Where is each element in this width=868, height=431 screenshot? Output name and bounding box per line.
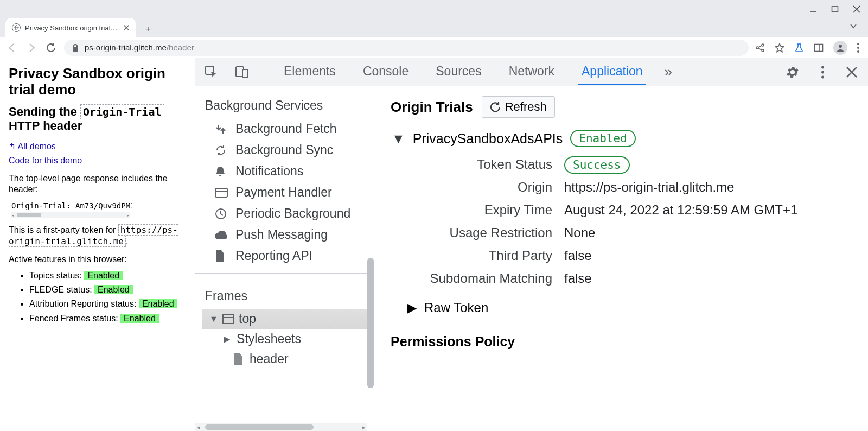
feature-item: Attribution Reporting status: Enabled — [29, 297, 188, 311]
sidebar-section-title: Frames — [195, 280, 374, 309]
api-status-badge: Enabled — [570, 130, 636, 147]
svg-marker-14 — [775, 43, 784, 52]
svg-point-21 — [857, 50, 859, 53]
devtools-tab-sources[interactable]: Sources — [432, 59, 484, 85]
detail-label: Third Party — [412, 248, 564, 263]
caret-right-icon: ▶ — [407, 300, 417, 315]
svg-point-27 — [821, 75, 824, 78]
svg-point-11 — [762, 49, 764, 52]
browser-tab-strip: Privacy Sandbox origin trial de + — [0, 18, 868, 37]
devtools-close-icon[interactable] — [844, 65, 859, 80]
new-tab-button[interactable]: + — [140, 21, 156, 37]
sidebar-item-periodic-background[interactable]: Periodic Background — [195, 203, 374, 224]
nav-back-button[interactable] — [5, 41, 18, 54]
detail-label: Subdomain Matching — [412, 271, 564, 286]
all-demos-link[interactable]: ↰ All demos — [9, 141, 56, 151]
caret-down-icon: ▼ — [392, 131, 405, 147]
rendered-web-page: Privacy Sandbox origin trial demo Sendin… — [0, 58, 195, 431]
settings-gear-icon[interactable] — [784, 64, 801, 80]
sidebar-item-background-sync[interactable]: Background Sync — [195, 140, 374, 161]
nav-reload-button[interactable] — [44, 41, 58, 54]
service-icon — [215, 144, 229, 156]
panel-icon[interactable] — [814, 43, 824, 53]
detail-value: None — [564, 225, 595, 240]
detail-value: https://ps-origin-trial.glitch.me — [564, 180, 734, 195]
svg-point-20 — [857, 47, 859, 49]
devtools-menu-icon[interactable] — [815, 65, 830, 80]
sidebar-item-background-fetch[interactable]: Background Fetch — [195, 118, 374, 140]
detail-label: Token Status — [412, 157, 564, 172]
frame-stylesheets[interactable]: ▶ Stylesheets — [202, 329, 374, 349]
window-minimize-button[interactable] — [807, 3, 819, 15]
detail-label: Usage Restriction — [412, 225, 564, 240]
devtools-tab-elements[interactable]: Elements — [280, 59, 339, 85]
overflow-chevron-icon[interactable]: » — [661, 58, 675, 86]
detail-row: Token StatusSuccess — [412, 157, 852, 172]
address-bar[interactable]: ps-origin-trial.glitch.me/header — [64, 40, 749, 56]
status-badge: Enabled — [139, 299, 177, 308]
api-expand-row[interactable]: ▼ PrivacySandboxAdsAPIs Enabled — [392, 130, 852, 147]
share-icon[interactable] — [755, 43, 765, 53]
profile-avatar[interactable] — [833, 41, 847, 55]
detail-row: Third Partyfalse — [412, 248, 852, 263]
sidebar-item-payment-handler[interactable]: Payment Handler — [195, 182, 374, 203]
file-icon — [233, 353, 245, 365]
browser-tab[interactable]: Privacy Sandbox origin trial de — [5, 18, 136, 37]
code-for-demo-link[interactable]: Code for this demo — [9, 156, 82, 166]
globe-icon — [12, 23, 21, 32]
window-maximize-button[interactable] — [829, 3, 841, 15]
window-close-button[interactable] — [851, 3, 863, 15]
menu-kebab-icon[interactable] — [857, 43, 859, 53]
devtools-panel: ElementsConsoleSourcesNetworkApplication… — [195, 58, 868, 431]
svg-point-9 — [762, 44, 764, 46]
nav-forward-button[interactable] — [25, 41, 38, 54]
caret-right-icon: ▶ — [224, 334, 232, 344]
detail-value: Success — [564, 157, 630, 172]
svg-line-13 — [758, 48, 762, 50]
sidebar-scrollbar[interactable] — [367, 90, 374, 274]
frame-header[interactable]: header — [202, 349, 374, 369]
devtools-tab-console[interactable]: Console — [360, 59, 412, 85]
url-path: /header — [167, 43, 194, 52]
feature-item: Fenced Frames status: Enabled — [29, 312, 188, 326]
tab-title: Privacy Sandbox origin trial de — [25, 24, 119, 32]
origin-trials-title: Origin Trials — [391, 99, 473, 116]
service-icon — [215, 123, 229, 135]
svg-point-19 — [857, 43, 859, 45]
tab-close-icon[interactable] — [124, 25, 129, 30]
url-domain: ps-origin-trial.glitch.me — [85, 43, 167, 52]
inspect-element-icon[interactable] — [204, 65, 219, 80]
device-toggle-icon[interactable] — [234, 65, 250, 80]
devtools-tab-application[interactable]: Application — [578, 59, 646, 85]
experiment-flask-icon[interactable] — [794, 43, 804, 53]
code-scrollbar[interactable]: ◂▸ — [11, 212, 130, 218]
service-icon — [215, 250, 229, 262]
sidebar-item-reporting-api[interactable]: Reporting API — [195, 245, 374, 267]
feature-list: Topics status: EnabledFLEDGE status: Ena… — [9, 269, 188, 326]
sidebar-section-title: Background Services — [195, 90, 374, 118]
raw-token-row[interactable]: ▶ Raw Token — [407, 300, 852, 315]
sidebar-item-notifications[interactable]: Notifications — [195, 161, 374, 182]
devtools-tab-network[interactable]: Network — [506, 59, 558, 85]
service-icon — [215, 208, 229, 220]
svg-rect-30 — [215, 188, 227, 197]
tab-list-chevron-icon[interactable] — [850, 22, 857, 30]
permissions-policy-heading: Permissions Policy — [391, 334, 852, 350]
lock-icon — [72, 43, 79, 52]
service-icon — [215, 231, 229, 239]
svg-point-18 — [839, 45, 842, 48]
sidebar-h-scrollbar[interactable]: ◂▸ — [195, 423, 367, 431]
status-badge: Enabled — [84, 271, 123, 280]
status-badge: Enabled — [120, 314, 159, 323]
feature-item: FLEDGE status: Enabled — [29, 283, 188, 297]
detail-label: Origin — [412, 180, 564, 195]
frame-top[interactable]: ▼ top — [202, 309, 374, 329]
sidebar-item-push-messaging[interactable]: Push Messaging — [195, 224, 374, 245]
detail-value: false — [564, 271, 592, 286]
devtools-sidebar: Background Services Background FetchBack… — [195, 86, 374, 431]
refresh-button[interactable]: Refresh — [482, 96, 555, 118]
detail-row: Usage RestrictionNone — [412, 225, 852, 240]
page-paragraph: The top-level page response includes the… — [9, 173, 188, 196]
caret-down-icon: ▼ — [209, 314, 218, 324]
bookmark-star-icon[interactable] — [775, 43, 784, 53]
